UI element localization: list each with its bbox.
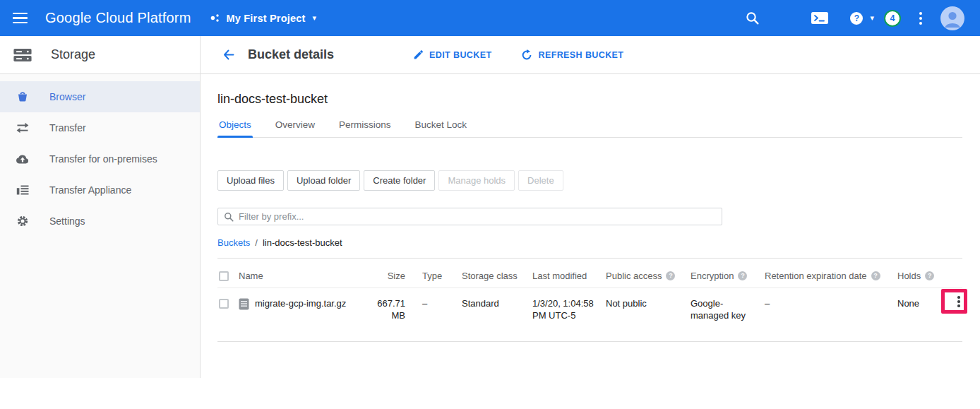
object-encryption: Google-managed key <box>691 288 765 330</box>
object-storage-class: Standard <box>462 288 532 318</box>
breadcrumb-separator: / <box>255 237 258 248</box>
breadcrumb-buckets-link[interactable]: Buckets <box>217 237 250 248</box>
caret-down-icon: ▾ <box>870 14 874 22</box>
breadcrumb: Buckets / lin-docs-test-bucket <box>217 237 962 248</box>
object-name-cell: migrate-gcp-img.tar.gz <box>239 288 377 319</box>
filter-prefix-input[interactable] <box>239 211 716 222</box>
table-row: migrate-gcp-img.tar.gz 667.71 MB – Stand… <box>217 288 962 342</box>
topbar-actions: ▾ 4 <box>745 6 980 30</box>
sidebar-item-label: Transfer for on-premises <box>49 153 157 165</box>
avatar[interactable] <box>940 6 964 30</box>
object-size: 667.71 MB <box>377 288 422 330</box>
column-header-type: Type <box>422 270 462 281</box>
sidebar-header: Storage <box>0 36 200 74</box>
create-folder-button[interactable]: Create folder <box>364 170 435 191</box>
bucket-name: lin-docs-test-bucket <box>217 92 962 107</box>
transfer-appliance-icon <box>16 184 30 196</box>
sidebar-title: Storage <box>51 47 95 62</box>
tab-overview[interactable]: Overview <box>274 117 316 137</box>
object-menu-cell <box>950 288 962 311</box>
sidebar-nav: Browser Transfer <box>0 74 200 237</box>
column-header-holds: Holds <box>897 270 950 281</box>
help-icon[interactable] <box>925 271 934 280</box>
kebab-menu-icon[interactable] <box>916 9 925 28</box>
help-icon <box>850 12 863 25</box>
project-switcher[interactable]: My First Project ▾ <box>210 13 317 24</box>
breadcrumb-current: lin-docs-test-bucket <box>263 237 342 248</box>
caret-down-icon: ▾ <box>313 14 317 22</box>
object-type: – <box>422 288 462 318</box>
project-name: My First Project <box>227 13 306 24</box>
object-last-modified: 1/3/20, 1:04:58 PM UTC-5 <box>532 288 606 330</box>
topbar: Google Cloud Platform My First Project ▾ <box>0 0 980 36</box>
select-all-checkbox[interactable] <box>219 271 229 281</box>
edit-bucket-label: EDIT BUCKET <box>429 50 491 60</box>
column-header-public-access: Public access <box>606 270 691 281</box>
upload-files-button[interactable]: Upload files <box>217 170 284 191</box>
tab-objects[interactable]: Objects <box>217 117 253 137</box>
notification-badge[interactable]: 4 <box>884 10 901 27</box>
sidebar-item-transfer[interactable]: Transfer <box>0 112 200 143</box>
bucket-details: lin-docs-test-bucket Objects Overview Pe… <box>201 92 980 342</box>
content: Storage Browser <box>0 36 980 378</box>
tab-permissions[interactable]: Permissions <box>337 117 393 137</box>
cloud-shell-icon[interactable] <box>811 11 829 25</box>
row-checkbox[interactable] <box>219 299 229 309</box>
sidebar: Storage Browser <box>0 36 201 378</box>
refresh-bucket-button[interactable]: REFRESH BUCKET <box>521 49 623 61</box>
sidebar-item-transfer-appliance[interactable]: Transfer Appliance <box>0 174 200 206</box>
table-header-row: Name Size Type Storage class Last modifi… <box>217 259 962 288</box>
gear-icon <box>16 215 30 227</box>
object-holds: None <box>897 288 950 318</box>
object-public-access: Not public <box>606 288 691 318</box>
search-icon[interactable] <box>745 11 760 25</box>
storage-product-icon <box>13 47 32 63</box>
back-arrow-icon[interactable] <box>222 48 235 61</box>
column-header-name: Name <box>239 270 377 281</box>
page-title: Bucket details <box>248 47 334 62</box>
sidebar-item-label: Browser <box>49 91 85 102</box>
help-menu[interactable]: ▾ <box>850 12 874 25</box>
objects-toolbar: Upload files Upload folder Create folder… <box>217 170 962 191</box>
help-icon[interactable] <box>871 271 880 280</box>
object-name-link[interactable]: migrate-gcp-img.tar.gz <box>255 297 346 309</box>
menu-icon[interactable] <box>13 10 30 27</box>
refresh-bucket-label: REFRESH BUCKET <box>538 50 623 60</box>
transfer-arrows-icon <box>16 121 30 134</box>
search-icon <box>224 212 234 222</box>
main: Bucket details EDIT BUCKET REFRESH BUCKE… <box>201 36 980 378</box>
tab-bucket-lock[interactable]: Bucket Lock <box>414 117 469 137</box>
pencil-icon <box>413 49 424 60</box>
row-kebab-menu-icon[interactable] <box>950 292 968 311</box>
sidebar-item-transfer-on-premises[interactable]: Transfer for on-premises <box>0 143 200 174</box>
gcp-console-window: Google Cloud Platform My First Project ▾ <box>0 0 980 409</box>
column-header-storage-class: Storage class <box>462 270 532 281</box>
page-header: Bucket details EDIT BUCKET REFRESH BUCKE… <box>201 36 980 74</box>
bucket-tabs: Objects Overview Permissions Bucket Lock <box>217 117 962 138</box>
objects-table: Name Size Type Storage class Last modifi… <box>217 258 962 342</box>
column-header-retention: Retention expiration date <box>765 270 897 281</box>
sidebar-item-label: Transfer <box>49 122 86 134</box>
column-header-size: Size <box>377 270 422 281</box>
column-header-encryption: Encryption <box>691 270 765 281</box>
delete-button: Delete <box>518 170 563 191</box>
help-icon[interactable] <box>738 271 747 280</box>
brand-logo[interactable]: Google Cloud Platform <box>45 10 191 26</box>
file-icon <box>239 298 249 310</box>
edit-bucket-button[interactable]: EDIT BUCKET <box>413 49 491 60</box>
column-header-last-modified: Last modified <box>532 270 606 281</box>
sidebar-item-settings[interactable]: Settings <box>0 206 200 237</box>
sidebar-item-browser[interactable]: Browser <box>0 81 200 112</box>
sidebar-item-label: Transfer Appliance <box>49 184 131 196</box>
cloud-upload-icon <box>16 153 30 165</box>
bucket-icon <box>16 90 30 103</box>
manage-holds-button: Manage holds <box>438 170 515 191</box>
refresh-icon <box>521 49 532 61</box>
upload-folder-button[interactable]: Upload folder <box>287 170 360 191</box>
object-retention: – <box>765 288 897 318</box>
sidebar-item-label: Settings <box>49 215 85 227</box>
project-icon <box>210 13 220 23</box>
help-icon[interactable] <box>666 271 675 280</box>
filter-box <box>217 208 722 225</box>
